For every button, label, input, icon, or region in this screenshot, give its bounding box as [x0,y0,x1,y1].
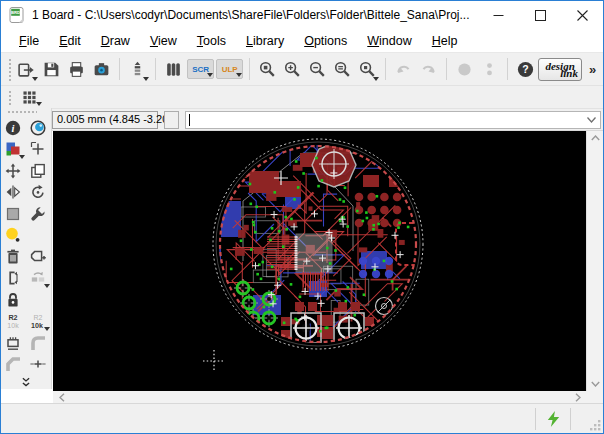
toolbar-overflow-chevron[interactable]: » [582,62,603,77]
horizontal-scrollbar[interactable] [53,391,587,403]
smash-tool-button[interactable] [1,332,25,353]
redo-icon [419,60,438,79]
script-button[interactable]: SCR [187,59,214,79]
scroll-right-arrow[interactable] [571,391,585,403]
cut-icon [4,226,22,244]
toolbar-separator [385,58,386,80]
toolbar-main: SCRULP? design link » [1,53,603,86]
delete-tool-button[interactable] [1,246,25,267]
toolbar-separator [507,58,508,80]
rotate-icon [29,183,47,201]
command-input-caret [189,114,190,126]
pinswap-tool-button[interactable] [1,268,25,289]
vertical-scrollbar[interactable] [586,131,603,391]
change-tool-button[interactable] [26,203,50,224]
export-drawing-button[interactable] [15,56,38,82]
info-icon: i [4,119,22,137]
display-tool-button[interactable] [1,139,25,160]
rotate-tool-button[interactable] [26,182,50,203]
change-icon [29,205,47,223]
zoom-fit-button[interactable] [256,56,279,82]
value-tool-button[interactable]: R210k [26,311,50,332]
tool-palette-more-button[interactable] [1,376,51,389]
miter-tool-button[interactable] [26,332,50,353]
traffic-light-button[interactable] [478,56,501,82]
move-tool-button[interactable] [1,160,25,181]
status-bar [1,403,603,433]
command-input[interactable] [185,111,601,129]
toolbar-separator [249,58,250,80]
add-tool-button[interactable] [26,246,50,267]
grid-icon [21,89,38,106]
mark-tool-button[interactable] [26,139,50,160]
scroll-left-arrow[interactable] [55,391,69,403]
toolbar-drag-handle[interactable] [7,57,11,81]
lock-tool-button[interactable] [1,289,25,310]
menu-library[interactable]: Library [236,31,294,51]
print-button[interactable] [65,56,88,82]
cam-processor-button[interactable] [126,56,149,82]
window-title: 1 Board - C:\Users\codyr\Documents\Share… [32,8,470,22]
show-tool-button[interactable] [26,117,50,138]
grid-button[interactable] [16,88,42,107]
replace-tool-button[interactable] [26,268,50,289]
mirror-tool-button[interactable] [1,182,25,203]
menu-window[interactable]: Window [357,31,421,51]
menu-view[interactable]: View [140,31,187,51]
menu-help[interactable]: Help [422,31,468,51]
group-tool-button[interactable] [1,203,25,224]
zoom-select-button[interactable] [356,56,379,82]
export-image-icon [92,60,111,79]
design-link-label-2: link [557,69,581,78]
display-dropdown-arrow-icon [19,155,25,159]
smash-icon [4,334,22,352]
lock-icon [4,291,22,309]
tool-palette: iR210kR210k [1,108,52,389]
zoom-redraw-button[interactable] [331,56,354,82]
titlebar[interactable]: BRD 1 Board - C:\Users\codyr\Documents\S… [1,1,603,29]
stop-button[interactable] [453,56,476,82]
ulp-button[interactable]: ULP [216,59,243,79]
command-dropdown-chevron-icon[interactable] [586,116,597,124]
library-manager-button[interactable] [162,56,185,82]
grid-toolbar-drag-handle[interactable] [7,89,13,105]
redo-button[interactable] [417,56,440,82]
value-dropdown-arrow-icon [44,327,50,331]
info-tool-button[interactable]: i [1,117,25,138]
board-canvas[interactable] [53,131,587,391]
toolbar-grid-row [1,86,603,109]
copy-tool-button[interactable] [26,160,50,181]
maximize-button[interactable] [519,1,561,29]
coordinate-mode-button[interactable] [164,111,179,129]
menu-file[interactable]: File [9,31,49,51]
scroll-up-arrow[interactable] [587,131,603,145]
cut-tool-button[interactable] [1,225,25,246]
menu-options[interactable]: Options [294,31,357,51]
undo-button[interactable] [392,56,415,82]
menubar: FileEditDrawViewToolsLibraryOptionsWindo… [1,29,603,53]
export-image-button[interactable] [90,56,113,82]
menu-edit[interactable]: Edit [49,31,91,51]
show-icon [29,119,47,137]
design-link-button[interactable]: design link [538,58,582,81]
save-button[interactable] [40,56,63,82]
zoom-in-button[interactable] [281,56,304,82]
app-window: { "window": { "title": "1 Board - C:\\Us… [0,0,604,434]
split-tool-button[interactable] [1,354,25,375]
double-chevron-down-icon [19,376,33,389]
zoom-out-button[interactable] [306,56,329,82]
close-button[interactable] [561,1,603,29]
window-resize-grip[interactable] [590,420,601,431]
tool-palette-drag-handle[interactable] [7,110,37,115]
menu-draw[interactable]: Draw [91,31,140,51]
help-button[interactable]: ? [514,56,537,82]
scroll-down-arrow[interactable] [587,377,603,391]
name-tool-button[interactable]: R210k [1,311,25,332]
zoom-out-icon [308,60,327,79]
minimize-button[interactable] [477,1,519,29]
copy-icon [29,162,47,180]
menu-tools[interactable]: Tools [187,31,236,51]
optimize-tool-button[interactable] [26,354,50,375]
mirror-icon [4,183,22,201]
stop-icon [455,60,474,79]
